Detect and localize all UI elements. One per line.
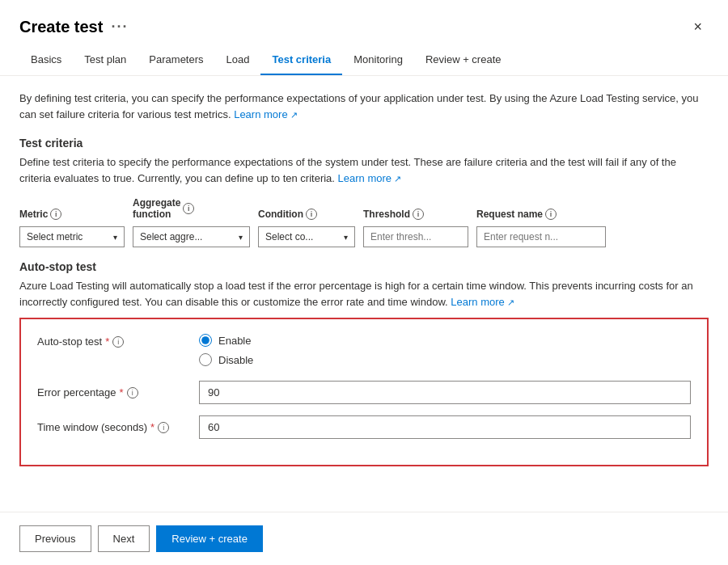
autostop-radio-group: Enable Disable xyxy=(199,334,691,366)
col-header-threshold: Threshold i xyxy=(363,209,468,220)
tabs-bar: Basics Test plan Parameters Load Test cr… xyxy=(0,45,728,76)
autostop-desc: Azure Load Testing will automatically st… xyxy=(19,278,709,310)
tab-monitoring[interactable]: Monitoring xyxy=(342,45,414,75)
previous-button[interactable]: Previous xyxy=(19,525,91,552)
metric-dropdown[interactable]: Select metric ▾ xyxy=(19,226,125,247)
time-window-required-star: * xyxy=(150,421,154,433)
test-criteria-title: Test criteria xyxy=(19,137,709,150)
time-window-info-icon[interactable]: i xyxy=(158,422,169,433)
threshold-input[interactable] xyxy=(363,226,468,247)
tab-load[interactable]: Load xyxy=(215,45,261,75)
condition-info-icon[interactable]: i xyxy=(306,209,317,220)
dialog-title-text: Create test xyxy=(19,18,103,36)
dialog-title: Create test ··· xyxy=(19,18,128,36)
autostop-info-icon[interactable]: i xyxy=(112,336,124,348)
request-name-input-container xyxy=(476,226,606,247)
threshold-input-container xyxy=(363,226,468,247)
autostop-section: Auto-stop test Azure Load Testing will a… xyxy=(19,260,709,466)
condition-dropdown[interactable]: Select co... ▾ xyxy=(258,226,355,247)
col-header-metric: Metric i xyxy=(19,209,125,220)
error-percentage-row: Error percentage * i xyxy=(37,381,691,404)
tab-parameters[interactable]: Parameters xyxy=(138,45,214,75)
dialog-footer: Previous Next Review + create xyxy=(0,512,728,565)
metric-dropdown-container: Select metric ▾ xyxy=(19,226,125,247)
dialog-header: Create test ··· × xyxy=(0,0,728,45)
next-button[interactable]: Next xyxy=(98,525,150,552)
metric-info-icon[interactable]: i xyxy=(50,209,61,220)
autostop-config-box: Auto-stop test * i Enable Disable xyxy=(19,318,709,466)
aggregate-dropdown-chevron: ▾ xyxy=(239,233,243,242)
autostop-field-label: Auto-stop test * i xyxy=(37,334,199,348)
error-percentage-info-icon[interactable]: i xyxy=(127,387,138,398)
metric-dropdown-chevron: ▾ xyxy=(113,233,117,242)
request-name-input[interactable] xyxy=(476,226,606,247)
tab-review-create[interactable]: Review + create xyxy=(414,45,513,75)
request-name-info-icon[interactable]: i xyxy=(545,209,557,220)
criteria-input-row: Select metric ▾ Select aggre... ▾ Select… xyxy=(19,226,709,247)
autostop-required-star: * xyxy=(105,335,109,348)
tab-basics[interactable]: Basics xyxy=(19,45,73,75)
time-window-input[interactable] xyxy=(199,415,691,439)
tab-test-plan[interactable]: Test plan xyxy=(73,45,138,75)
test-criteria-learn-more-link[interactable]: Learn more xyxy=(338,172,402,184)
dialog-title-dots: ··· xyxy=(111,19,128,36)
enable-radio-option[interactable]: Enable xyxy=(199,334,691,347)
col-header-aggregate: Aggregatefunction i xyxy=(133,197,250,220)
aggregate-info-icon[interactable]: i xyxy=(183,203,194,214)
autostop-learn-more-link[interactable]: Learn more xyxy=(451,296,514,308)
test-criteria-desc: Define test criteria to specify the perf… xyxy=(19,154,709,186)
autostop-enable-row: Auto-stop test * i Enable Disable xyxy=(37,334,691,366)
create-test-dialog: Create test ··· × Basics Test plan Param… xyxy=(0,0,728,565)
tab-test-criteria[interactable]: Test criteria xyxy=(260,45,342,75)
condition-dropdown-container: Select co... ▾ xyxy=(258,226,355,247)
content-area: By defining test criteria, you can speci… xyxy=(0,76,728,512)
close-button[interactable]: × xyxy=(687,16,709,37)
time-window-label: Time window (seconds) * i xyxy=(37,421,199,433)
time-window-row: Time window (seconds) * i xyxy=(37,415,691,439)
col-header-request-name: Request name i xyxy=(476,209,606,220)
intro-paragraph: By defining test criteria, you can speci… xyxy=(19,91,709,122)
condition-dropdown-chevron: ▾ xyxy=(344,233,348,242)
threshold-info-icon[interactable]: i xyxy=(413,209,424,220)
error-percentage-label: Error percentage * i xyxy=(37,386,199,398)
error-percentage-required-star: * xyxy=(120,386,124,398)
review-create-button[interactable]: Review + create xyxy=(156,525,263,552)
criteria-headers: Metric i Aggregatefunction i Condition i… xyxy=(19,197,709,220)
disable-radio-option[interactable]: Disable xyxy=(199,353,691,366)
intro-learn-more-link[interactable]: Learn more xyxy=(234,108,298,120)
autostop-title: Auto-stop test xyxy=(19,260,709,273)
error-percentage-input[interactable] xyxy=(199,381,691,404)
aggregate-dropdown[interactable]: Select aggre... ▾ xyxy=(133,226,250,247)
disable-radio[interactable] xyxy=(199,353,212,366)
col-header-condition: Condition i xyxy=(258,209,355,220)
enable-radio[interactable] xyxy=(199,334,212,347)
aggregate-dropdown-container: Select aggre... ▾ xyxy=(133,226,250,247)
